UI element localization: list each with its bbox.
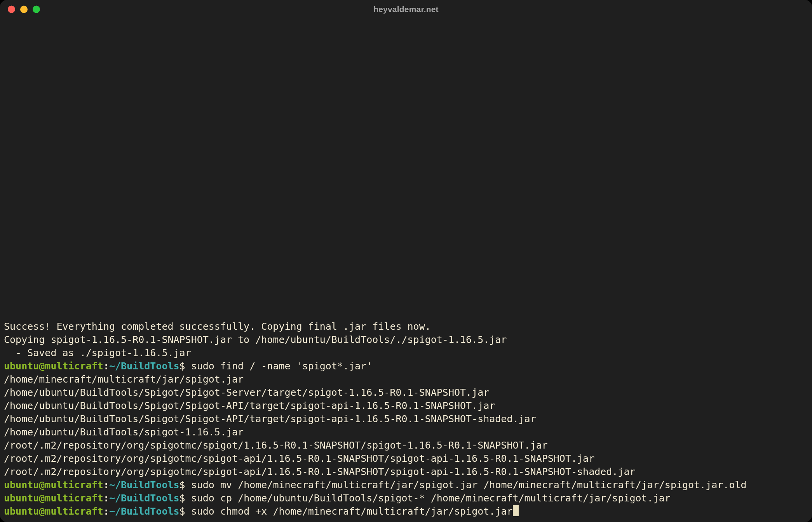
prompt-path: ~/BuildTools bbox=[109, 479, 179, 491]
titlebar: heyvaldemar.net bbox=[0, 0, 812, 19]
output-text: - Saved as ./spigot-1.16.5.jar bbox=[4, 347, 191, 358]
output-line: /home/ubuntu/BuildTools/Spigot/Spigot-Se… bbox=[4, 386, 808, 399]
output-text: /root/.m2/repository/org/spigotmc/spigot… bbox=[4, 440, 548, 451]
prompt-user-host: ubuntu@multicraft bbox=[4, 479, 103, 491]
prompt-dollar: $ bbox=[179, 479, 191, 491]
terminal-content[interactable]: Success! Everything completed successful… bbox=[0, 19, 812, 522]
output-text: /root/.m2/repository/org/spigotmc/spigot… bbox=[4, 453, 594, 464]
prompt-user-host: ubuntu@multicraft bbox=[4, 506, 103, 517]
prompt-colon: : bbox=[103, 492, 109, 504]
prompt-line: ubuntu@multicraft:~/BuildTools$ sudo cp … bbox=[4, 492, 808, 505]
prompt-colon: : bbox=[103, 479, 109, 491]
prompt-colon: : bbox=[103, 506, 109, 517]
output-line: - Saved as ./spigot-1.16.5.jar bbox=[4, 346, 808, 360]
traffic-lights bbox=[8, 6, 40, 13]
prompt-path: ~/BuildTools bbox=[109, 360, 179, 372]
prompt-dollar: $ bbox=[179, 506, 191, 517]
window-title: heyvaldemar.net bbox=[373, 5, 439, 14]
command-text: sudo find / -name 'spigot*.jar' bbox=[191, 360, 373, 372]
command-text: sudo mv /home/minecraft/multicraft/jar/s… bbox=[191, 479, 747, 491]
output-line: Copying spigot-1.16.5-R0.1-SNAPSHOT.jar … bbox=[4, 333, 808, 346]
output-text: /home/minecraft/multicraft/jar/spigot.ja… bbox=[4, 374, 244, 385]
output-text: Success! Everything completed successful… bbox=[4, 321, 431, 332]
prompt-user-host: ubuntu@multicraft bbox=[4, 492, 103, 504]
output-text: /home/ubuntu/BuildTools/Spigot/Spigot-AP… bbox=[4, 400, 495, 411]
output-text: /home/ubuntu/BuildTools/Spigot/Spigot-Se… bbox=[4, 387, 489, 398]
output-line: /home/ubuntu/BuildTools/spigot-1.16.5.ja… bbox=[4, 426, 808, 439]
command-text: sudo cp /home/ubuntu/BuildTools/spigot-*… bbox=[191, 492, 671, 504]
prompt-dollar: $ bbox=[179, 360, 191, 372]
output-line: /root/.m2/repository/org/spigotmc/spigot… bbox=[4, 439, 808, 452]
prompt-colon: : bbox=[103, 360, 109, 372]
output-line: /root/.m2/repository/org/spigotmc/spigot… bbox=[4, 465, 808, 478]
terminal-window: heyvaldemar.net Success! Everything comp… bbox=[0, 0, 812, 522]
zoom-icon[interactable] bbox=[33, 6, 40, 13]
output-text: /root/.m2/repository/org/spigotmc/spigot… bbox=[4, 466, 636, 477]
prompt-path: ~/BuildTools bbox=[109, 506, 179, 517]
prompt-dollar: $ bbox=[179, 492, 191, 504]
output-text: /home/ubuntu/BuildTools/spigot-1.16.5.ja… bbox=[4, 426, 244, 438]
output-line: /home/ubuntu/BuildTools/Spigot/Spigot-AP… bbox=[4, 412, 808, 426]
output-line: /root/.m2/repository/org/spigotmc/spigot… bbox=[4, 452, 808, 465]
prompt-line: ubuntu@multicraft:~/BuildTools$ sudo fin… bbox=[4, 360, 808, 373]
output-line: /home/ubuntu/BuildTools/Spigot/Spigot-AP… bbox=[4, 399, 808, 412]
output-line: /home/minecraft/multicraft/jar/spigot.ja… bbox=[4, 373, 808, 386]
output-text: /home/ubuntu/BuildTools/Spigot/Spigot-AP… bbox=[4, 413, 536, 425]
close-icon[interactable] bbox=[8, 6, 15, 13]
prompt-line: ubuntu@multicraft:~/BuildTools$ sudo mv … bbox=[4, 478, 808, 492]
prompt-path: ~/BuildTools bbox=[109, 492, 179, 504]
command-text: sudo chmod +x /home/minecraft/multicraft… bbox=[191, 506, 513, 517]
prompt-user-host: ubuntu@multicraft bbox=[4, 360, 103, 372]
output-line: Success! Everything completed successful… bbox=[4, 320, 808, 333]
output-text: Copying spigot-1.16.5-R0.1-SNAPSHOT.jar … bbox=[4, 334, 507, 345]
minimize-icon[interactable] bbox=[20, 6, 28, 13]
cursor-icon bbox=[513, 505, 519, 516]
prompt-line: ubuntu@multicraft:~/BuildTools$ sudo chm… bbox=[4, 505, 808, 518]
